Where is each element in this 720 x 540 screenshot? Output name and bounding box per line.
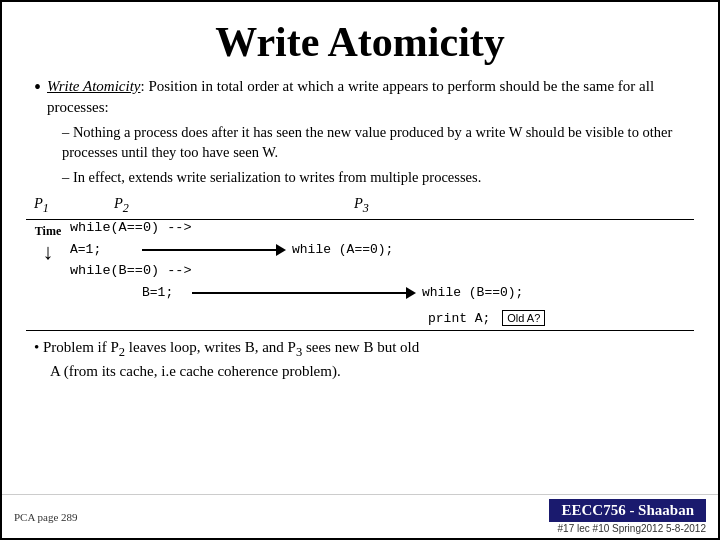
diagram-content: while(A==0) --> A=1; while (A==0); while… (70, 220, 694, 330)
timing-row1: A=1; while (A==0); (70, 237, 694, 263)
timing-row3: print A; Old A? (70, 308, 694, 330)
problem-line2: A (from its cache, i.e cache coherence p… (50, 361, 694, 383)
code-while2: while (B==0); (422, 285, 523, 300)
bullet-main: • Write Atomicity: Position in total ord… (34, 76, 694, 118)
footer-slide-info: #17 lec #10 Spring2012 5-8-2012 (558, 523, 706, 534)
footer-right: EECC756 - Shaaban #17 lec #10 Spring2012… (549, 499, 706, 534)
footer-box: EECC756 - Shaaban (549, 499, 706, 522)
slide: Write Atomicity • Write Atomicity: Posit… (0, 0, 720, 540)
code-a1: A=1; (70, 242, 142, 257)
time-label: Time (35, 224, 61, 239)
bullet-section: • Write Atomicity: Position in total ord… (34, 76, 694, 217)
bullet-main-text: Write Atomicity: Position in total order… (47, 76, 694, 118)
p2-header: P2 (114, 193, 354, 217)
problem-line1: • Problem if P2 leaves loop, writes B, a… (34, 337, 694, 361)
process-headers: P1 P2 P3 (34, 191, 694, 217)
code-b1: B=1; (142, 285, 192, 300)
time-arrow: ↓ (43, 241, 54, 263)
footer: PCA page 289 EECC756 - Shaaban #17 lec #… (2, 494, 718, 538)
time-label-col: Time ↓ (26, 220, 70, 263)
problem-section: • Problem if P2 leaves loop, writes B, a… (34, 337, 694, 383)
code-print: print A; Old A? (428, 311, 545, 326)
arrow2 (192, 286, 422, 300)
term: Write Atomicity (47, 78, 140, 94)
code-while1: while (A==0); (292, 242, 393, 257)
p1-header: P1 (34, 193, 114, 217)
timing-row2: B=1; while (B==0); (70, 280, 694, 306)
p3-header: P3 (354, 193, 694, 217)
timing-diagram: Time ↓ while(A==0) --> A=1; while (A==0)… (26, 219, 694, 331)
old-a-badge: Old A? (502, 310, 545, 326)
footer-left: PCA page 289 (14, 511, 78, 523)
bullet-dot: • (34, 76, 41, 118)
slide-title: Write Atomicity (26, 18, 694, 66)
sub-bullet-2: In effect, extends write serialization t… (62, 167, 694, 187)
arrow1 (142, 243, 292, 257)
sub-bullet-1: Nothing a process does after it has seen… (62, 122, 694, 163)
